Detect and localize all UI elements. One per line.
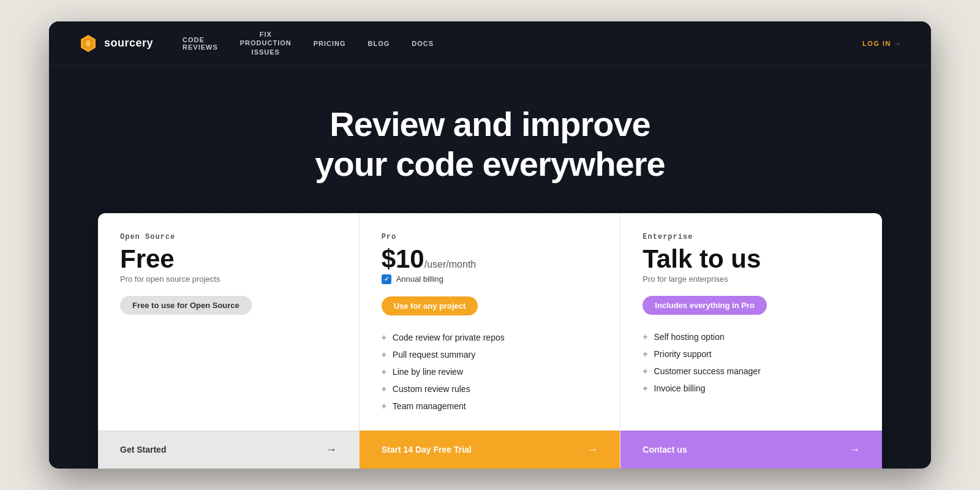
cta-arrow: → — [587, 443, 598, 456]
list-item: +Self hosting option — [643, 332, 860, 342]
plan-open-source-body: Open Source Free Pro for open source pro… — [98, 213, 359, 431]
plan-pro-price: $10/user/month — [382, 246, 598, 272]
plan-enterprise-cta[interactable]: Contact us → — [620, 431, 882, 469]
plan-open-source-tier: Open Source — [120, 233, 337, 241]
list-item: +Invoice billing — [643, 383, 860, 393]
nav-links: CODE REVIEWS FIX PRODUCTION ISSUES PRICI… — [183, 30, 862, 56]
list-item: +Code review for private repos — [382, 333, 598, 342]
plus-icon: + — [643, 349, 647, 359]
list-item: +Line by line review — [382, 367, 598, 377]
list-item: +Customer success manager — [643, 366, 860, 376]
plan-pro-tier: Pro — [382, 233, 598, 241]
plan-pro: Pro $10/user/month Annual billing Use fo… — [360, 213, 621, 469]
plus-icon: + — [643, 366, 647, 376]
nav-docs[interactable]: DOCS — [412, 40, 434, 47]
nav-pricing[interactable]: PRICING — [314, 40, 346, 47]
plus-icon: + — [643, 383, 647, 393]
list-item: +Team management — [382, 401, 598, 411]
logo-text: sourcery — [104, 37, 153, 50]
plus-icon: + — [382, 384, 386, 394]
hero-section: Review and improve your code everywhere — [49, 66, 931, 213]
logo-icon — [78, 34, 98, 53]
plan-enterprise-badge[interactable]: Includes everything in Pro — [643, 296, 767, 315]
plus-icon: + — [382, 333, 386, 342]
browser-window: sourcery CODE REVIEWS FIX PRODUCTION ISS… — [49, 21, 931, 469]
list-item: +Priority support — [643, 349, 860, 359]
plus-icon: + — [382, 367, 386, 377]
plan-open-source-cta[interactable]: Get Started → — [98, 431, 359, 469]
plus-icon: + — [643, 332, 647, 342]
nav-blog[interactable]: BLOG — [368, 40, 390, 47]
plan-pro-badge[interactable]: Use for any project — [382, 296, 478, 315]
annual-billing-toggle[interactable]: Annual billing — [382, 274, 598, 284]
plan-pro-body: Pro $10/user/month Annual billing Use fo… — [360, 213, 620, 431]
plan-open-source-price: Free — [120, 246, 337, 272]
plus-icon: + — [382, 401, 386, 411]
pricing-grid: Open Source Free Pro for open source pro… — [98, 213, 882, 469]
navbar: sourcery CODE REVIEWS FIX PRODUCTION ISS… — [49, 21, 931, 66]
pro-features-list: +Code review for private repos +Pull req… — [382, 333, 598, 411]
plan-enterprise-price: Talk to us — [643, 246, 860, 272]
plan-enterprise: Enterprise Talk to us Pro for large ente… — [620, 213, 882, 469]
plan-open-source: Open Source Free Pro for open source pro… — [98, 213, 360, 469]
cta-arrow: → — [326, 443, 337, 456]
pricing-section: Open Source Free Pro for open source pro… — [49, 213, 931, 469]
cta-arrow: → — [849, 443, 860, 456]
logo[interactable]: sourcery — [78, 34, 153, 53]
plan-open-source-badge[interactable]: Free to use for Open Source — [120, 296, 252, 315]
nav-fix-production[interactable]: FIX PRODUCTION ISSUES — [240, 30, 292, 56]
nav-code-reviews[interactable]: CODE REVIEWS — [183, 36, 218, 51]
plus-icon: + — [382, 350, 386, 360]
hero-title: Review and improve your code everywhere — [78, 105, 902, 184]
plan-open-source-subtitle: Pro for open source projects — [120, 274, 337, 284]
plan-pro-cta[interactable]: Start 14 Day Free Trial → — [360, 431, 620, 469]
list-item: +Pull request summary — [382, 350, 598, 360]
enterprise-features-list: +Self hosting option +Priority support +… — [643, 332, 860, 393]
plan-enterprise-subtitle: Pro for large enterprises — [643, 274, 860, 284]
plan-enterprise-body: Enterprise Talk to us Pro for large ente… — [620, 213, 882, 431]
plan-enterprise-tier: Enterprise — [643, 233, 860, 241]
list-item: +Custom review rules — [382, 384, 598, 394]
annual-billing-checkbox[interactable] — [382, 274, 391, 284]
login-button[interactable]: LOG IN → — [862, 40, 902, 47]
